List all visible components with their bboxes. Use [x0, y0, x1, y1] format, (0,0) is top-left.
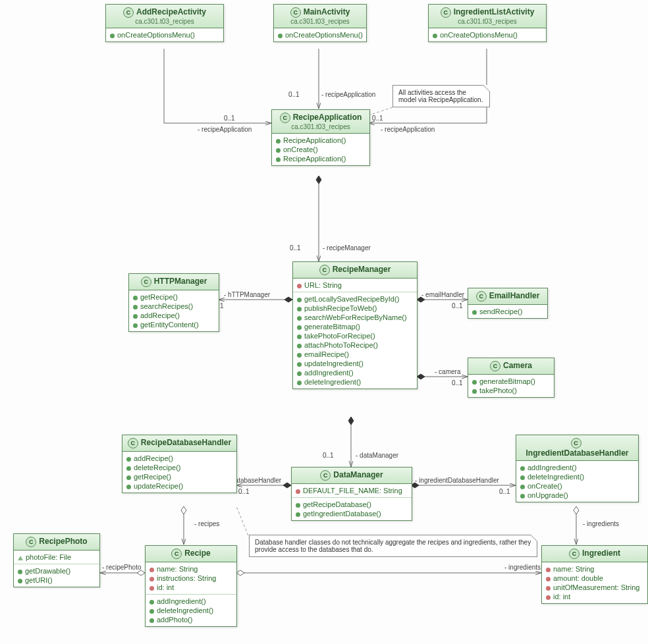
class-recipeapplication: CRecipeApplication ca.c301.t03_recipes R… — [271, 109, 370, 166]
class-pkg: ca.c301.t03_recipes — [110, 18, 219, 25]
class-icon: C — [128, 438, 138, 448]
note-db: Database handler classes do not technica… — [249, 535, 537, 557]
mult-label: 0..1 — [452, 302, 463, 309]
role-label: - ingredientDatabaseHandler — [415, 477, 499, 484]
class-icon: C — [441, 7, 451, 18]
mult-label: 0..1 — [372, 115, 383, 122]
mult-label: 0..1 — [499, 488, 510, 495]
role-label: - dataManager — [356, 452, 398, 459]
class-icon: C — [141, 277, 151, 287]
class-httpmanager: CHTTPManager getRecipe() searchRecipes()… — [128, 273, 219, 332]
class-icon: C — [123, 7, 134, 18]
mult-label: 0..1 — [224, 115, 235, 122]
role-label: - recipeApplication — [381, 126, 435, 133]
role-label: - ingredients — [504, 564, 541, 571]
mult-label: 0..1 — [238, 488, 250, 495]
class-icon: C — [171, 549, 182, 559]
class-icon: C — [490, 361, 500, 371]
class-camera: CCamera generateBitmap() takePhoto() — [468, 358, 554, 398]
role-label: - emailHandler — [421, 291, 464, 298]
class-recipe: CRecipe name: String instructions: Strin… — [145, 545, 237, 627]
class-icon: C — [320, 470, 331, 481]
class-recipephoto: CRecipePhoto photoFile: File getDrawable… — [13, 533, 100, 587]
class-datamanager: CDataManager DEFAULT_FILE_NAME: String g… — [291, 467, 412, 521]
role-label: - recipeManager — [323, 244, 371, 252]
role-label: - hTTPManager — [224, 291, 270, 298]
class-icon: C — [280, 113, 290, 123]
role-label: - recipes — [194, 520, 219, 527]
class-recipedatabasehandler: CRecipeDatabaseHandler addRecipe() delet… — [122, 435, 237, 493]
class-ingredientdatabasehandler: CIngredientDatabaseHandler addIngredient… — [516, 435, 639, 502]
class-icon: C — [290, 7, 301, 18]
class-addrecipeactivity: CAddRecipeActivity ca.c301.t03_recipes o… — [105, 4, 224, 42]
note-activities: All activities access the model via Reci… — [392, 85, 490, 107]
class-recipemanager: CRecipeManager URL: String getLocallySav… — [292, 261, 418, 389]
class-icon: C — [319, 265, 330, 275]
class-icon: C — [569, 549, 580, 559]
mult-label: 0..1 — [290, 244, 301, 252]
class-icon: C — [571, 438, 581, 448]
class-mainactivity: CMainActivity ca.c301.t03_recipes onCrea… — [273, 4, 367, 42]
mult-label: 0..1 — [288, 91, 300, 98]
role-label: - recipePhoto — [102, 564, 141, 571]
role-label: - recipeApplication — [198, 126, 252, 133]
mult-label: 0..1 — [323, 452, 334, 459]
role-label: - recipeApplication — [321, 91, 375, 98]
class-icon: C — [476, 291, 487, 302]
mult-label: 0..1 — [452, 379, 463, 387]
class-icon: C — [26, 537, 36, 547]
role-label: - camera — [435, 368, 460, 375]
class-emailhandler: CEmailHandler sendRecipe() — [468, 288, 548, 319]
class-ingredientlistactivity: CIngredientListActivity ca.c301.t03_reci… — [428, 4, 547, 42]
class-title: AddRecipeActivity — [136, 7, 206, 16]
role-label: - ingredients — [583, 520, 619, 527]
class-ingredient: CIngredient name: String amount: double … — [541, 545, 648, 604]
